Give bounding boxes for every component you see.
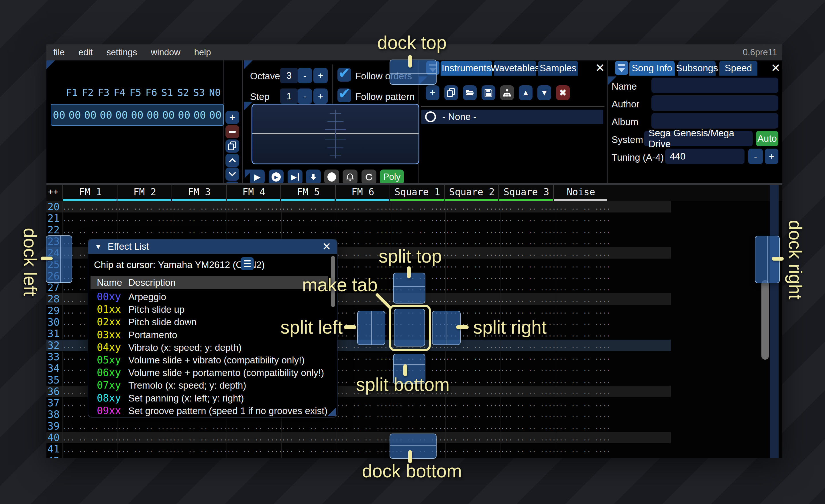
row-number[interactable]: 21 — [47, 213, 63, 224]
pattern-cell[interactable]: ... .. .. .... — [500, 443, 555, 455]
author-field[interactable] — [652, 95, 778, 111]
delete-instrument-button[interactable]: ✖ — [556, 85, 570, 100]
pattern-cell[interactable]: ... .. .. .... — [336, 432, 391, 443]
pattern-cell[interactable]: ... .. .. .... — [445, 420, 500, 432]
pattern-cell[interactable]: ... .. .. .... — [336, 409, 391, 420]
pattern-cell[interactable]: ... .. .. .... — [336, 420, 391, 432]
save-instrument-button[interactable] — [481, 85, 495, 100]
play-button[interactable]: ▶ — [250, 170, 265, 184]
pattern-cell[interactable]: ... .. .. .... — [500, 201, 555, 213]
channel-header-fm-1[interactable]: FM 1 — [63, 185, 118, 199]
orders-column-F2[interactable]: F2 — [80, 87, 96, 98]
add-channel-button[interactable]: ++ — [48, 187, 59, 197]
pattern-cell[interactable]: ... .. .. .... — [336, 224, 391, 236]
pattern-cell[interactable]: ... .. .. .... — [281, 201, 336, 213]
order-cell[interactable]: 00 — [176, 109, 192, 121]
pattern-cell[interactable]: ... .. .. .... — [227, 201, 281, 213]
instrument-list-item[interactable]: - None - — [421, 110, 603, 124]
pattern-cell[interactable]: ... .. .. .... — [555, 247, 610, 259]
pattern-cell[interactable]: ... .. .. .... — [336, 213, 391, 224]
pattern-cell[interactable]: ... .. .. .... — [281, 455, 336, 458]
pattern-cell[interactable]: ... .. .. .... — [227, 443, 281, 455]
pattern-cell[interactable]: ... .. .. .... — [500, 397, 555, 409]
pattern-cell[interactable]: ... .. .. .... — [445, 374, 500, 386]
pattern-cell[interactable]: ... .. .. .... — [336, 362, 391, 374]
pattern-cell[interactable]: ... .. .. .... — [555, 455, 610, 458]
pattern-cell[interactable]: ... .. .. .... — [281, 432, 336, 443]
pattern-cell[interactable]: ... .. .. .... — [500, 374, 555, 386]
pattern-cell[interactable]: ... .. .. .... — [555, 397, 610, 409]
tab-wavetables[interactable]: Wavetables — [494, 61, 536, 76]
step-row-button[interactable] — [306, 170, 321, 184]
step-plus-button[interactable]: + — [313, 88, 328, 104]
pattern-cell[interactable]: ... .. .. .... — [63, 201, 117, 213]
pattern-cell[interactable]: ... .. .. .... — [172, 201, 227, 213]
effect-row[interactable]: 00xyArpeggio — [90, 290, 331, 303]
pattern-cell[interactable]: ... .. .. .... — [391, 236, 445, 247]
pattern-cell[interactable]: ... .. .. .... — [555, 270, 610, 282]
orders-column-S1[interactable]: S1 — [159, 87, 175, 98]
row-number[interactable]: 38 — [47, 409, 63, 420]
pattern-cell[interactable]: ... .. .. .... — [227, 213, 281, 224]
collapse-triangle-icon[interactable]: ▼ — [94, 242, 102, 251]
row-number[interactable]: 29 — [47, 305, 63, 317]
pattern-cell[interactable]: ... .. .. .... — [555, 224, 610, 236]
play-song-button[interactable]: ▶ — [269, 170, 284, 184]
pattern-cell[interactable]: ... .. .. .... — [117, 201, 172, 213]
pattern-cell[interactable]: ... .. .. .... — [555, 351, 610, 362]
tuning-minus-button[interactable]: - — [748, 149, 763, 164]
pattern-cell[interactable]: ... .. .. .... — [336, 397, 391, 409]
play-from-cursor-button[interactable]: ▶ — [288, 170, 302, 184]
add-order-button[interactable]: + — [225, 111, 239, 124]
pattern-cell[interactable]: ... .. .. .... — [172, 443, 227, 455]
effect-list-close-icon[interactable]: ✕ — [322, 240, 331, 253]
octave-value[interactable]: 3 — [280, 68, 298, 83]
orders-column-S3[interactable]: S3 — [191, 87, 207, 98]
pattern-cell[interactable]: ... .. .. .... — [445, 224, 500, 236]
duplicate-order-button[interactable] — [225, 140, 239, 153]
pattern-cell[interactable]: ... .. .. .... — [555, 305, 610, 317]
pattern-cell[interactable]: ... .. .. .... — [117, 420, 172, 432]
pattern-cell[interactable]: ... .. .. .... — [172, 420, 227, 432]
tuning-field[interactable]: 440 — [665, 149, 745, 164]
pattern-cell[interactable]: ... .. .. .... — [336, 236, 391, 247]
record-button[interactable] — [324, 170, 339, 184]
pattern-cell[interactable]: ... .. .. .... — [445, 259, 500, 270]
channel-header-square-2[interactable]: Square 2 — [444, 185, 499, 199]
panic-bell-button[interactable] — [343, 170, 358, 184]
pattern-cell[interactable]: ... .. .. .... — [555, 362, 610, 374]
pattern-cell[interactable]: ... .. .. .... — [117, 432, 172, 443]
orders-column-F6[interactable]: F6 — [144, 87, 160, 98]
songinfo-tab-list-button[interactable] — [615, 61, 628, 75]
order-cell[interactable]: 00 — [98, 109, 114, 121]
pattern-cell[interactable]: ... .. .. .... — [555, 432, 610, 443]
pattern-cell[interactable]: ... .. .. .... — [555, 374, 610, 386]
order-cell[interactable]: 00 — [145, 109, 161, 121]
order-cell[interactable]: 00 — [82, 109, 98, 121]
remove-order-button[interactable] — [225, 125, 239, 138]
oscilloscope[interactable] — [251, 104, 420, 164]
pattern-cell[interactable]: ... .. .. .... — [445, 236, 500, 247]
pattern-cell[interactable]: ... .. .. .... — [281, 420, 336, 432]
row-number[interactable]: 39 — [47, 420, 63, 432]
pattern-cell[interactable]: ... .. .. .... — [500, 270, 555, 282]
pattern-cell[interactable]: ... .. .. .... — [391, 397, 445, 409]
tuning-plus-button[interactable]: + — [765, 149, 778, 164]
pattern-cell[interactable]: ... .. .. .... — [117, 443, 172, 455]
pattern-cell[interactable]: ... .. .. .... — [555, 409, 610, 420]
step-value[interactable]: 1 — [280, 88, 298, 104]
system-field[interactable]: Sega Genesis/Mega Drive — [644, 131, 753, 146]
pattern-cell[interactable]: ... .. .. .... — [445, 247, 500, 259]
octave-plus-button[interactable]: + — [313, 68, 328, 83]
pattern-cell[interactable]: ... .. .. .... — [500, 259, 555, 270]
pattern-cell[interactable]: ... .. .. .... — [500, 362, 555, 374]
effect-list-titlebar[interactable]: ▼ Effect List ✕ — [88, 239, 337, 254]
orders-column-F1[interactable]: F1 — [64, 87, 80, 98]
row-number[interactable]: 40 — [47, 432, 63, 443]
pattern-cell[interactable]: ... .. .. .... — [445, 270, 500, 282]
pattern-cell[interactable]: ... .. .. .... — [117, 455, 172, 458]
pattern-cell[interactable]: ... .. .. .... — [445, 293, 500, 305]
tab-samples[interactable]: Samples — [538, 61, 578, 76]
pattern-cell[interactable]: ... .. .. .... — [500, 224, 555, 236]
pattern-cell[interactable]: ... .. .. .... — [555, 340, 610, 351]
